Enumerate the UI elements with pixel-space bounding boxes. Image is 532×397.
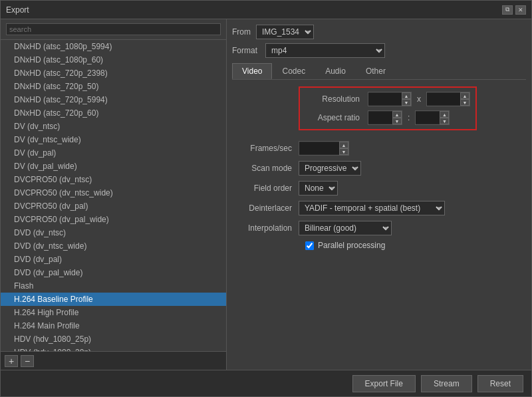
frames-input: 29.983 ▲ ▼ xyxy=(299,141,349,156)
resolution-width-input: 1080 ▲ ▼ xyxy=(368,92,412,106)
aspect-h-field[interactable]: 16 xyxy=(416,112,440,124)
list-item[interactable]: DNxHD (atsc_720p_50) xyxy=(1,80,226,93)
format-row: Format mp4 xyxy=(232,43,526,58)
aspect-w-input: 9 ▲ ▼ xyxy=(368,110,402,125)
export-file-button[interactable]: Export File xyxy=(352,375,416,392)
resolution-height-input: 1920 ▲ ▼ xyxy=(426,92,470,106)
interpolation-label: Interpolation xyxy=(232,223,299,233)
list-item[interactable]: DVCPRO50 (dv_ntsc_wide) xyxy=(1,186,226,199)
bottom-bar: Export File Stream Reset xyxy=(1,370,531,396)
interpolation-select[interactable]: Bilinear (good) xyxy=(299,221,392,235)
format-select[interactable]: mp4 xyxy=(265,43,385,58)
from-select[interactable]: IMG_1534 xyxy=(256,25,314,39)
scan-mode-row: Scan mode Progressive xyxy=(232,161,526,176)
deinterlacer-label: Deinterlacer xyxy=(232,203,299,213)
list-item[interactable]: DNxHD (atsc_720p_60) xyxy=(1,106,226,120)
add-preset-button[interactable]: + xyxy=(5,355,18,367)
tab-other[interactable]: Other xyxy=(356,63,396,79)
stream-button[interactable]: Stream xyxy=(421,375,472,392)
form-section: Resolution 1080 ▲ ▼ x 1920 xyxy=(232,86,526,364)
aspect-w-down[interactable]: ▼ xyxy=(392,118,402,124)
resolution-width-spinners: ▲ ▼ xyxy=(402,92,411,106)
scan-label: Scan mode xyxy=(232,164,299,173)
list-item[interactable]: DNxHD (atsc_720p_2398) xyxy=(1,66,226,80)
list-item[interactable]: H.264 Main Profile xyxy=(1,319,226,332)
aspect-w-up[interactable]: ▲ xyxy=(392,111,402,118)
scan-select-wrapper: Progressive xyxy=(299,161,361,176)
list-item[interactable]: DV (dv_pal_wide) xyxy=(1,160,226,173)
list-item[interactable]: Flash xyxy=(1,279,226,293)
frames-spinners: ▲ ▼ xyxy=(339,142,348,155)
list-item[interactable]: DVD (dv_ntsc) xyxy=(1,226,226,239)
interpolation-select-wrapper: Bilinear (good) xyxy=(299,221,392,235)
frames-down[interactable]: ▼ xyxy=(339,148,348,155)
aspect-w-field[interactable]: 9 xyxy=(368,112,392,124)
interpolation-row: Interpolation Bilinear (good) xyxy=(232,221,526,235)
resolution-row: Resolution 1080 ▲ ▼ x 1920 xyxy=(305,92,470,106)
search-input[interactable] xyxy=(6,23,221,35)
tab-audio[interactable]: Audio xyxy=(315,63,356,79)
scan-select[interactable]: Progressive xyxy=(299,161,361,176)
resolution-width-down[interactable]: ▼ xyxy=(402,99,411,106)
colon-separator: : xyxy=(408,113,410,122)
field-order-row: Field order None xyxy=(232,181,526,196)
preset-list: DNxHD (atsc_1080p_5994)DNxHD (atsc_1080p… xyxy=(1,40,226,351)
aspect-ratio-row: Aspect ratio 9 ▲ ▼ : 16 xyxy=(305,110,470,125)
resolution-label: Resolution xyxy=(305,94,365,104)
x-separator: x xyxy=(417,94,421,104)
tab-codec[interactable]: Codec xyxy=(272,63,315,79)
list-item[interactable]: DVD (dv_ntsc_wide) xyxy=(1,239,226,253)
aspect-label: Aspect ratio xyxy=(305,113,365,122)
list-item[interactable]: DVD (dv_pal) xyxy=(1,253,226,266)
list-item[interactable]: H.264 High Profile xyxy=(1,306,226,319)
left-footer: + − xyxy=(1,351,226,370)
frames-label: Frames/sec xyxy=(232,144,299,153)
tab-video[interactable]: Video xyxy=(232,63,272,79)
from-row: From IMG_1534 xyxy=(232,25,526,39)
list-item[interactable]: DNxHD (atsc_1080p_60) xyxy=(1,53,226,66)
aspect-h-down[interactable]: ▼ xyxy=(440,118,449,124)
format-label: Format xyxy=(232,46,257,55)
left-panel: DNxHD (atsc_1080p_5994)DNxHD (atsc_1080p… xyxy=(1,19,227,370)
aspect-h-up[interactable]: ▲ xyxy=(440,111,449,118)
remove-preset-button[interactable]: − xyxy=(21,355,34,367)
resolution-width-field[interactable]: 1080 xyxy=(368,93,402,105)
close-button[interactable]: ✕ xyxy=(515,5,526,15)
list-item[interactable]: DVCPRO50 (dv_pal) xyxy=(1,199,226,213)
frames-row: Frames/sec 29.983 ▲ ▼ xyxy=(232,141,526,156)
resolution-width-up[interactable]: ▲ xyxy=(402,92,411,99)
resolution-group: Resolution 1080 ▲ ▼ x 1920 xyxy=(299,86,477,130)
list-item[interactable]: H.264 Baseline Profile xyxy=(1,293,226,306)
deinterlacer-row: Deinterlacer YADIF - temporal + spatial … xyxy=(232,201,526,215)
restore-button[interactable]: ⧉ xyxy=(502,5,513,15)
reset-button[interactable]: Reset xyxy=(477,375,523,392)
parallel-checkbox[interactable] xyxy=(305,241,314,250)
list-item[interactable]: DV (dv_pal) xyxy=(1,146,226,160)
resolution-height-up[interactable]: ▲ xyxy=(460,92,469,99)
format-select-wrapper: mp4 xyxy=(265,43,385,58)
main-content: DNxHD (atsc_1080p_5994)DNxHD (atsc_1080p… xyxy=(1,19,531,370)
list-item[interactable]: DVCPRO50 (dv_ntsc) xyxy=(1,173,226,186)
window-title: Export xyxy=(6,5,29,15)
list-item[interactable]: HDV (hdv_1080_25p) xyxy=(1,332,226,346)
aspect-w-spinners: ▲ ▼ xyxy=(392,111,402,124)
list-item[interactable]: DNxHD (atsc_720p_5994) xyxy=(1,93,226,106)
field-label: Field order xyxy=(232,184,299,193)
list-item[interactable]: DVD (dv_pal_wide) xyxy=(1,266,226,279)
right-panel: From IMG_1534 Format mp4 VideoCodecAudio… xyxy=(227,19,531,370)
resolution-height-spinners: ▲ ▼ xyxy=(460,92,469,106)
frames-up[interactable]: ▲ xyxy=(339,142,348,148)
list-item[interactable]: DVCPRO50 (dv_pal_wide) xyxy=(1,213,226,226)
list-item[interactable]: DV (dv_ntsc_wide) xyxy=(1,133,226,146)
frames-field[interactable]: 29.983 xyxy=(299,142,339,154)
aspect-h-spinners: ▲ ▼ xyxy=(440,111,449,124)
list-item[interactable]: DNxHD (atsc_1080p_5994) xyxy=(1,40,226,53)
resolution-height-down[interactable]: ▼ xyxy=(460,99,469,106)
resolution-height-field[interactable]: 1920 xyxy=(427,93,460,105)
from-label: From xyxy=(232,27,251,37)
deinterlacer-select[interactable]: YADIF - temporal + spatial (best) xyxy=(299,201,445,215)
list-item[interactable]: DV (dv_ntsc) xyxy=(1,120,226,133)
field-select[interactable]: None xyxy=(299,181,338,196)
video-tabs: VideoCodecAudioOther xyxy=(232,63,526,80)
list-item[interactable]: HDV (hdv_1080_30p) xyxy=(1,346,226,351)
